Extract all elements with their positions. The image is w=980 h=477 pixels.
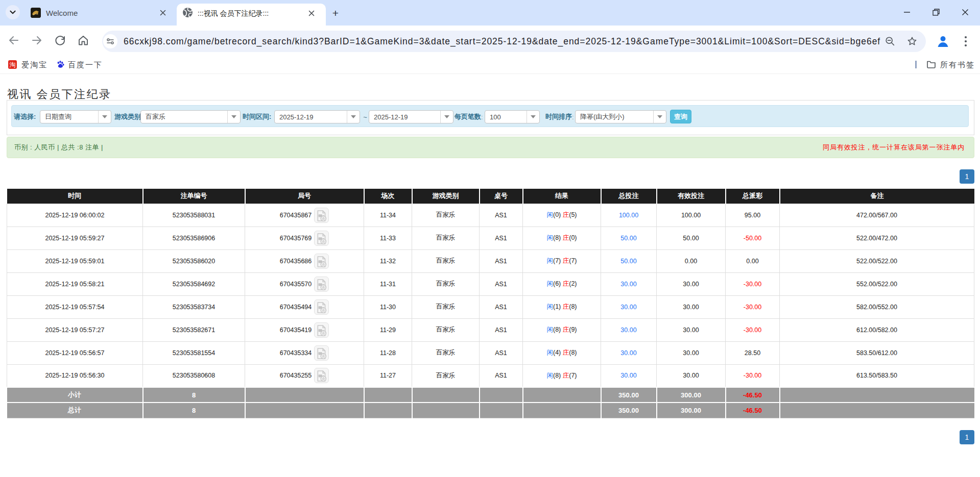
svg-text:淘: 淘 — [10, 61, 16, 68]
